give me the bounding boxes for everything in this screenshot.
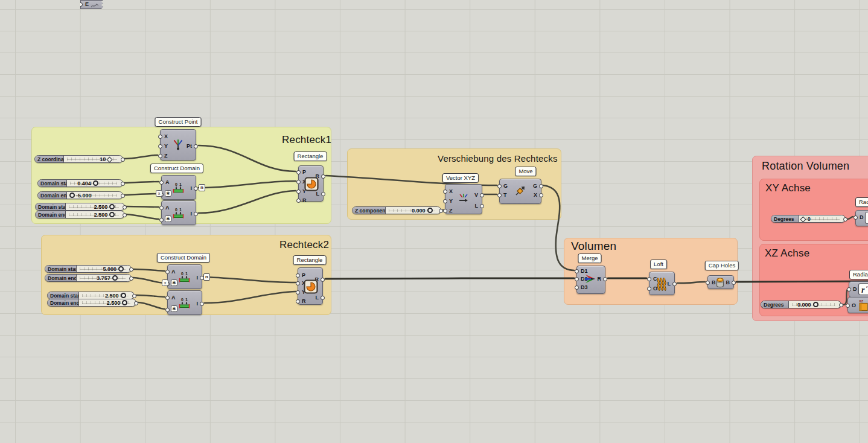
xz-plane-component[interactable]: OXZ bbox=[847, 297, 868, 313]
domain-start-slider-3-handle[interactable] bbox=[118, 266, 124, 272]
wire-6[interactable] bbox=[199, 181, 296, 188]
rectangle-1-input-x-port[interactable] bbox=[296, 180, 301, 184]
radians-xy-input-d-port[interactable] bbox=[854, 215, 858, 220]
domain-end-slider-4[interactable]: Domain end2.500 bbox=[47, 299, 136, 307]
rectangle-1-input-r-port[interactable] bbox=[296, 199, 301, 203]
rectangle-1-input-p-port[interactable] bbox=[296, 170, 301, 174]
wire-22[interactable] bbox=[847, 217, 853, 219]
wire-21[interactable] bbox=[736, 281, 868, 282]
vector-xyz-output-l-port[interactable] bbox=[480, 204, 484, 208]
domain-end-slider-1-handle[interactable] bbox=[69, 193, 75, 198]
rectangle-1-output-r-port[interactable] bbox=[321, 174, 325, 179]
degrees-slider-xz-output-port[interactable] bbox=[839, 303, 843, 307]
expression-badge[interactable]: x bbox=[162, 279, 168, 286]
construct-domain-1-input-a-port[interactable] bbox=[159, 180, 164, 185]
degrees-slider-xz[interactable]: Degrees0.000 bbox=[761, 301, 841, 308]
domain-end-slider-1[interactable]: Domain end-5.000 bbox=[37, 191, 123, 199]
merge-component[interactable]: D1D2D3R bbox=[576, 266, 605, 294]
construct-point-input-y-port[interactable] bbox=[158, 144, 162, 148]
expression-badge[interactable]: ✱ bbox=[165, 215, 171, 222]
rectangle-2-input-y-port[interactable] bbox=[296, 290, 300, 295]
wire-1[interactable] bbox=[199, 145, 296, 171]
construct-point-input-x-port[interactable] bbox=[158, 135, 162, 139]
z-component-slider-output-port[interactable] bbox=[439, 209, 443, 213]
domain-start-slider-3-output-port[interactable] bbox=[129, 267, 133, 272]
construct-domain-2-input-a-port[interactable] bbox=[159, 206, 164, 210]
loft-component[interactable]: COL bbox=[649, 272, 675, 295]
wire-3[interactable] bbox=[124, 194, 159, 195]
loft-input-o-port[interactable] bbox=[647, 287, 651, 291]
move-output-x-port[interactable] bbox=[539, 193, 543, 197]
rectangle-1-input-y-port[interactable] bbox=[296, 190, 301, 194]
rectangle-1-component[interactable]: PXYRRL bbox=[298, 165, 324, 202]
grasshopper-canvas[interactable]: Rechteck1Verschiebung des RechtecksRecht… bbox=[0, 0, 868, 443]
wire-0[interactable] bbox=[123, 155, 158, 159]
domain-start-slider-1-handle[interactable] bbox=[93, 180, 98, 186]
z-component-slider[interactable]: Z component0.000 bbox=[352, 206, 441, 214]
construct-domain-2-output-i-port[interactable] bbox=[194, 212, 198, 216]
domain-end-slider-2[interactable]: Domain end2.500 bbox=[35, 211, 125, 218]
rectangle-2-input-r-port[interactable] bbox=[296, 299, 300, 304]
rectangle-2-input-x-port[interactable] bbox=[296, 281, 300, 285]
construct-domain-4-input-b-port[interactable] bbox=[165, 308, 170, 312]
degrees-slider-xy[interactable]: Degrees0 bbox=[771, 215, 846, 223]
construct-point-output-pt-port[interactable] bbox=[194, 144, 198, 148]
xz-plane-input-o-port[interactable] bbox=[846, 304, 850, 308]
domain-end-slider-2-output-port[interactable] bbox=[123, 213, 127, 217]
construct-domain-4-output-i-port[interactable] bbox=[200, 302, 204, 306]
merge-output-r-port[interactable] bbox=[603, 277, 607, 281]
wire-2[interactable] bbox=[124, 182, 159, 183]
wire-14[interactable] bbox=[136, 295, 165, 297]
domain-start-slider-4-handle[interactable] bbox=[121, 293, 126, 298]
degrees-slider-xy-output-port[interactable] bbox=[843, 217, 847, 222]
radians-xy-component[interactable]: Drc bbox=[855, 210, 868, 226]
domain-start-slider-2[interactable]: Domain start2.500 bbox=[35, 203, 125, 211]
domain-start-slider-4-output-port[interactable] bbox=[132, 294, 136, 298]
torn-component[interactable]: E bbox=[80, 0, 103, 9]
vector-xyz-input-y-port[interactable] bbox=[443, 199, 447, 203]
move-input-g-port[interactable] bbox=[497, 184, 502, 188]
merge-input-d3-port[interactable] bbox=[575, 285, 579, 290]
rectangle-2-input-p-port[interactable] bbox=[296, 273, 300, 278]
wire-20[interactable] bbox=[677, 282, 705, 283]
z-component-slider-handle[interactable] bbox=[427, 208, 433, 213]
wire-18[interactable] bbox=[325, 278, 574, 279]
construct-point-input-z-port[interactable] bbox=[158, 154, 162, 158]
expression-badge[interactable]: x bbox=[156, 190, 162, 197]
construct-domain-1-output-i-port[interactable] bbox=[194, 186, 198, 191]
domain-end-slider-4-handle[interactable] bbox=[122, 300, 127, 305]
vector-xyz-input-z-port[interactable] bbox=[443, 209, 447, 213]
wire-16[interactable] bbox=[205, 277, 296, 282]
vector-xyz-input-x-port[interactable] bbox=[443, 190, 447, 194]
expression-badge[interactable]: ✱ bbox=[171, 305, 177, 312]
move-component[interactable]: GTGX bbox=[499, 179, 541, 204]
wire-11[interactable] bbox=[543, 185, 574, 270]
expression-badge[interactable]: ✱ bbox=[171, 279, 177, 286]
vector-xyz-component[interactable]: XYZVL bbox=[445, 184, 482, 214]
rectangle-2-output-l-port[interactable] bbox=[321, 296, 325, 300]
construct-domain-4-input-a-port[interactable] bbox=[165, 296, 170, 300]
cap-holes-component[interactable]: BB bbox=[707, 275, 734, 289]
rectangle-2-output-r-port[interactable] bbox=[321, 278, 325, 282]
domain-start-slider-1-output-port[interactable] bbox=[121, 182, 125, 186]
z-coordinate-slider-output-port[interactable] bbox=[121, 158, 125, 162]
domain-start-slider-2-output-port[interactable] bbox=[123, 205, 127, 209]
rectangle-2-component[interactable]: PXYRRL bbox=[298, 267, 323, 305]
domain-end-slider-2-handle[interactable] bbox=[109, 212, 115, 217]
wire-4[interactable] bbox=[126, 206, 159, 207]
radians-xz-component[interactable]: Drc bbox=[849, 281, 868, 298]
rectangle-1-output-l-port[interactable] bbox=[321, 192, 325, 196]
expression-badge[interactable]: ✱ bbox=[165, 190, 171, 197]
move-input-t-port[interactable] bbox=[497, 193, 502, 197]
domain-end-slider-3-handle[interactable] bbox=[112, 275, 118, 281]
wire-5[interactable] bbox=[126, 214, 159, 219]
domain-end-slider-3[interactable]: Domain end3.757 bbox=[45, 274, 132, 282]
domain-end-slider-1-output-port[interactable] bbox=[121, 194, 125, 198]
construct-domain-3-input-a-port[interactable] bbox=[165, 270, 170, 274]
domain-end-slider-4-output-port[interactable] bbox=[134, 301, 138, 305]
domain-start-slider-3[interactable]: Domain start5.000 bbox=[45, 265, 132, 273]
wire-7[interactable] bbox=[199, 191, 296, 213]
domain-start-slider-1[interactable]: Domain start0.404 bbox=[37, 179, 123, 187]
vector-xyz-output-v-port[interactable] bbox=[480, 193, 484, 197]
cap-holes-output-b-port[interactable] bbox=[732, 281, 736, 285]
